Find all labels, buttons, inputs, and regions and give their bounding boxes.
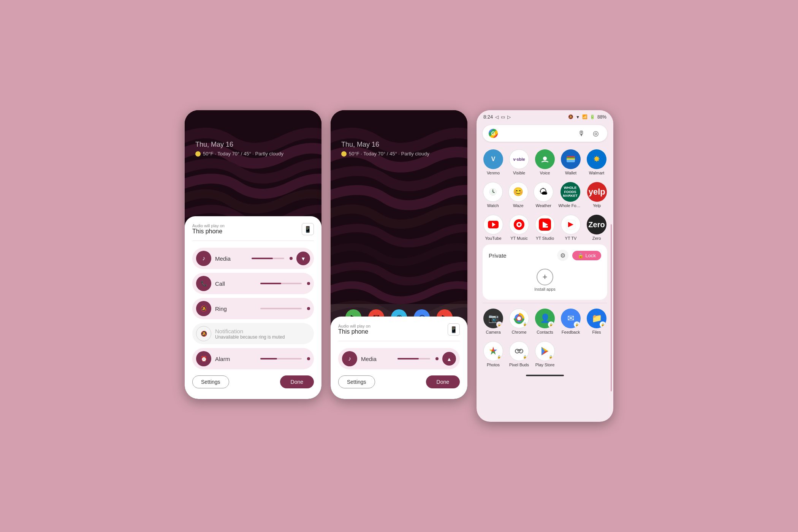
venmo-icon: V bbox=[483, 149, 503, 169]
install-apps[interactable]: + Install apps bbox=[489, 266, 601, 294]
phone-3: 8:24 ◁ ▭ ▷ 🔕 ▼ 📶 🔋 88% G 🎙 ◎ V Venmo bbox=[477, 110, 613, 422]
media-expand-btn[interactable]: ▾ bbox=[296, 252, 310, 265]
alarm-slider[interactable] bbox=[260, 358, 302, 359]
app-zero[interactable]: Zero Zero bbox=[584, 212, 609, 242]
phone-icon: ▭ bbox=[501, 114, 505, 120]
notification-row: 🔕 Notification Unavailable because ring … bbox=[192, 323, 314, 344]
volume-panel-compact: Audio will play on This phone 📱 ♪ Media … bbox=[331, 317, 467, 399]
media-row-compact[interactable]: ♪ Media ▴ bbox=[338, 348, 460, 369]
svg-rect-5 bbox=[567, 157, 575, 158]
ring-icon-btn[interactable]: 🔕 bbox=[196, 301, 211, 316]
app-chrome[interactable]: 🔒 Chrome bbox=[507, 306, 531, 336]
done-button[interactable]: Done bbox=[280, 375, 314, 388]
app-grid-row1: V Venmo v·sble Visible Voice bbox=[477, 146, 613, 177]
media-slider-2[interactable] bbox=[397, 358, 430, 359]
settings-button[interactable]: Settings bbox=[192, 375, 229, 388]
media-collapse-btn[interactable]: ▴ bbox=[442, 352, 456, 366]
media-row[interactable]: ♪ Media ▾ bbox=[192, 248, 314, 269]
app-camera[interactable]: 📷 🔒 Camera bbox=[481, 306, 505, 336]
chrome-icon: 🔒 bbox=[509, 309, 529, 328]
alarm-row[interactable]: ⏰ Alarm bbox=[192, 348, 314, 369]
media-icon-btn[interactable]: ♪ bbox=[196, 251, 211, 266]
cast-icon: ▷ bbox=[507, 114, 511, 120]
app-yttv[interactable]: YT TV bbox=[559, 212, 583, 242]
app-grid-row4: 📷 🔒 Camera 🔒 Chrome bbox=[477, 306, 613, 336]
weather-icon-2 bbox=[341, 151, 347, 157]
app-files[interactable]: 📁 🔒 Files bbox=[584, 306, 609, 336]
notification-icon: 🔕 bbox=[196, 326, 211, 341]
app-wallet[interactable]: Wallet bbox=[559, 146, 583, 177]
vol-panel-footer: Settings Done bbox=[192, 375, 314, 388]
scrollbar[interactable] bbox=[611, 224, 612, 391]
photos-icon: 🔒 bbox=[483, 341, 503, 361]
app-feedback[interactable]: ✉ 🔒 Feedback bbox=[559, 306, 583, 336]
files-icon: 📁 🔒 bbox=[587, 309, 606, 328]
phone-2: Thu, May 16 50°F · Today 70° / 45° · Par… bbox=[331, 110, 467, 399]
zero-icon: Zero bbox=[587, 215, 606, 234]
done-button-2[interactable]: Done bbox=[426, 375, 460, 388]
feedback-badge: 🔒 bbox=[574, 321, 580, 328]
signal-icon: 📶 bbox=[582, 114, 587, 119]
app-contacts[interactable]: 👤 🔒 Contacts bbox=[533, 306, 557, 336]
mute-icon: 🔕 bbox=[568, 114, 573, 119]
app-visible[interactable]: v·sble Visible bbox=[507, 146, 531, 177]
ring-dot bbox=[307, 307, 310, 310]
app-watch[interactable]: Watch bbox=[481, 179, 505, 209]
voice-icon bbox=[535, 149, 555, 169]
svg-point-15 bbox=[518, 223, 520, 226]
visible-icon: v·sble bbox=[509, 149, 529, 169]
pixelbuds-icon: 🔒 bbox=[509, 341, 529, 361]
settings-button-2[interactable]: Settings bbox=[338, 375, 375, 388]
alarm-icon-btn[interactable]: ⏰ bbox=[196, 351, 211, 366]
app-youtube[interactable]: YouTube bbox=[481, 212, 505, 242]
audio-output-1: Audio will play on This phone 📱 bbox=[192, 223, 314, 241]
chrome-badge: 🔒 bbox=[522, 321, 528, 327]
youtube-icon bbox=[483, 215, 503, 234]
call-slider[interactable] bbox=[260, 283, 302, 284]
app-pixelbuds[interactable]: 🔒 Pixel Buds bbox=[507, 338, 531, 369]
waze-icon: 😊 bbox=[508, 182, 528, 202]
app-walmart[interactable]: ✸ Walmart bbox=[584, 146, 609, 177]
nav-icon: ◁ bbox=[495, 114, 499, 120]
app-ytstudio[interactable]: YT Studio bbox=[533, 212, 557, 242]
phone-1: Thu, May 16 50°F · Today 70° / 45° · Par… bbox=[185, 110, 321, 399]
weather-icon-app: 🌤 bbox=[534, 182, 553, 202]
wallpaper-date-2: Thu, May 16 50°F · Today 70° / 45° · Par… bbox=[341, 141, 429, 157]
app-venmo[interactable]: V Venmo bbox=[481, 146, 505, 177]
app-weather[interactable]: 🌤 Weather bbox=[532, 179, 556, 209]
device-icon: 📱 bbox=[302, 223, 314, 235]
wholefoods-icon: WHOLE FOODS MARKET bbox=[560, 182, 580, 202]
yelp-icon: yelp bbox=[587, 182, 607, 202]
media-slider[interactable] bbox=[252, 258, 284, 259]
call-icon-btn[interactable]: 📞 bbox=[196, 276, 211, 291]
microphone-icon[interactable]: 🎙 bbox=[576, 128, 587, 139]
lock-button[interactable]: 🔒 Lock bbox=[572, 251, 601, 260]
app-wholefoods[interactable]: WHOLE FOODS MARKET Whole Foo... bbox=[557, 179, 584, 209]
volume-panel-1: Audio will play on This phone 📱 ♪ Media … bbox=[185, 216, 321, 399]
install-plus-btn[interactable]: + bbox=[537, 269, 553, 285]
app-ytmusic[interactable]: YT Music bbox=[507, 212, 531, 242]
app-playstore[interactable]: 🔒 Play Store bbox=[533, 338, 557, 369]
call-row[interactable]: 📞 Call bbox=[192, 273, 314, 294]
lens-icon[interactable]: ◎ bbox=[591, 128, 601, 139]
app-grid-row5: 🔒 Photos 🔒 Pixel Buds bbox=[477, 338, 613, 369]
photos-badge: 🔒 bbox=[496, 354, 502, 360]
playstore-icon: 🔒 bbox=[535, 341, 555, 361]
home-indicator-3 bbox=[526, 375, 564, 376]
media-icon-btn-2[interactable]: ♪ bbox=[342, 351, 357, 366]
google-logo: G bbox=[489, 129, 498, 138]
ring-slider[interactable] bbox=[260, 308, 302, 309]
app-voice[interactable]: Voice bbox=[533, 146, 557, 177]
lock-icon: 🔒 bbox=[578, 253, 584, 258]
app-grid-row3: YouTube YT Music bbox=[477, 212, 613, 242]
app-yelp[interactable]: yelp Yelp bbox=[585, 179, 609, 209]
ring-row[interactable]: 🔕 Ring bbox=[192, 298, 314, 319]
battery-icon: 🔋 bbox=[590, 114, 595, 119]
search-bar[interactable]: G 🎙 ◎ bbox=[483, 125, 607, 142]
app-waze[interactable]: 😊 Waze bbox=[507, 179, 530, 209]
gear-button[interactable]: ⚙ bbox=[557, 250, 568, 261]
playstore-badge: 🔒 bbox=[548, 354, 554, 360]
app-photos[interactable]: 🔒 Photos bbox=[481, 338, 505, 369]
ytmusic-icon bbox=[509, 215, 529, 234]
media-dot-2 bbox=[435, 357, 439, 360]
